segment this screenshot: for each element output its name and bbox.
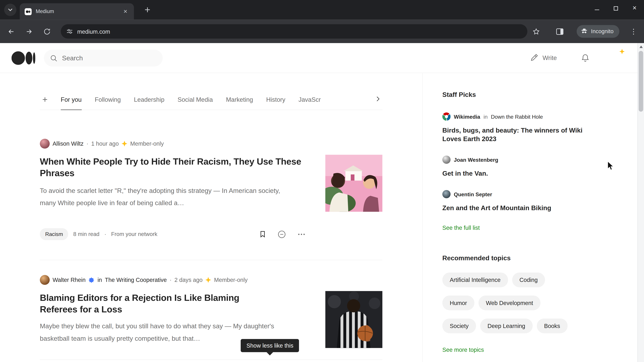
site-header: Write (0, 43, 644, 73)
minimize-button[interactable] (587, 0, 606, 16)
search-input[interactable] (62, 54, 144, 62)
sidebar: Staff Picks Wikimedia in Down the Rabbit… (442, 73, 616, 354)
forward-button[interactable] (25, 27, 33, 35)
member-star-icon (122, 141, 127, 146)
tab-search-button[interactable] (4, 4, 16, 16)
tab-following[interactable]: Following (95, 89, 121, 110)
staff-pick-title[interactable]: Zen and the Art of Mountain Biking (442, 204, 590, 212)
medium-logo[interactable] (12, 51, 36, 66)
bookmark-star-icon[interactable] (532, 27, 540, 35)
author-avatar (40, 275, 50, 285)
show-less-icon[interactable] (277, 230, 286, 239)
source-label: From your network (111, 231, 158, 237)
article-thumbnail[interactable] (325, 291, 382, 348)
scrollbar-thumb[interactable] (639, 51, 643, 112)
staff-picks-heading: Staff Picks (442, 91, 616, 98)
search-box (44, 50, 163, 66)
browser-tab[interactable]: Medium × (20, 3, 134, 20)
scrollbar-up-arrow[interactable] (638, 43, 644, 50)
dot-separator: · (86, 140, 88, 147)
profile-avatar[interactable] (610, 51, 622, 64)
back-button[interactable] (7, 27, 15, 35)
author-avatar (40, 139, 50, 149)
staff-pick-author[interactable]: Joan Westenberg (454, 157, 498, 163)
author-name[interactable]: Allison Wiltz (52, 140, 84, 147)
topic-pill-society[interactable]: Society (442, 319, 476, 333)
article-divider (40, 260, 382, 260)
tab-history[interactable]: History (266, 89, 285, 110)
write-button[interactable]: Write (530, 53, 557, 62)
author-avatar (442, 190, 451, 198)
tab-social-media[interactable]: Social Media (178, 89, 213, 110)
article-byline[interactable]: Walter Rhein in The Writing Cooperative … (40, 275, 248, 285)
tab-leadership[interactable]: Leadership (134, 89, 164, 110)
topic-pill-deep-learning[interactable]: Deep Learning (480, 319, 533, 333)
author-name[interactable]: Walter Rhein (52, 277, 86, 283)
article-time: 2 days ago (174, 277, 202, 283)
window-controls: × (587, 0, 644, 16)
staff-pick-publication[interactable]: Down the Rabbit Hole (491, 113, 543, 120)
wikimedia-logo-icon (442, 112, 451, 121)
staff-pick-byline[interactable]: Wikimedia in Down the Rabbit Hole (442, 112, 616, 121)
publication-name[interactable]: The Writing Cooperative (105, 277, 167, 283)
article-thumbnail[interactable] (325, 155, 382, 212)
article-footer: Racism 8 min read · From your network (40, 228, 306, 240)
membership-sparkle-icon (619, 49, 625, 54)
staff-pick-author[interactable]: Quentin Septer (454, 191, 492, 197)
staff-pick-byline[interactable]: Quentin Septer (442, 190, 616, 198)
tab-marketing[interactable]: Marketing (226, 89, 253, 110)
in-word: in (98, 277, 102, 283)
article-excerpt[interactable]: To avoid the scarlet letter "R," they're… (40, 185, 290, 209)
topic-pill-books[interactable]: Books (537, 319, 567, 333)
topic-pill-artificial-intelligence[interactable]: Artificial Intelligence (442, 273, 508, 287)
write-icon (530, 53, 539, 62)
write-label: Write (542, 54, 557, 61)
article-byline[interactable]: Allison Wiltz · 1 hour ago Member-only (40, 139, 164, 149)
medium-page: Write + For you Following Leadership Soc… (0, 43, 644, 362)
new-tab-button[interactable]: + (141, 4, 154, 16)
url-text: medium.com (77, 28, 110, 35)
article-title[interactable]: Blaming Editors for a Rejection Is Like … (40, 292, 274, 315)
browser-tabstrip: Medium × + × (0, 0, 644, 20)
staff-pick-byline[interactable]: Joan Westenberg (442, 156, 616, 164)
tag-pill[interactable]: Racism (40, 228, 68, 240)
member-star-icon (206, 277, 211, 283)
staff-pick-title[interactable]: Get in the Van. (442, 169, 590, 178)
side-panel-icon[interactable] (556, 28, 564, 35)
article-card-1: Allison Wiltz · 1 hour ago Member-only W… (40, 139, 382, 260)
browser-menu-icon[interactable]: ⋮ (630, 27, 637, 36)
tooltip-label: Show less like this (246, 342, 293, 349)
topic-pill-web-development[interactable]: Web Development (478, 296, 540, 310)
tab-javascript[interactable]: JavaScript (298, 89, 321, 110)
page-scrollbar[interactable] (638, 43, 644, 362)
topic-row: Artificial Intelligence Coding (442, 273, 616, 287)
topic-pill-coding[interactable]: Coding (512, 273, 545, 287)
bookmark-icon[interactable] (259, 230, 267, 238)
staff-pick-author[interactable]: Wikimedia (454, 113, 480, 120)
reload-button[interactable] (43, 27, 51, 35)
tabs-scroll-right-icon[interactable] (374, 95, 382, 104)
dot-separator: · (104, 231, 106, 237)
article-title[interactable]: When White People Try to Hide Their Raci… (40, 156, 304, 179)
add-topic-icon[interactable]: + (42, 94, 48, 105)
topic-pill-humor[interactable]: Humor (442, 296, 474, 310)
address-bar[interactable]: medium.com (61, 24, 527, 38)
maximize-button[interactable] (606, 0, 625, 16)
see-full-list-link[interactable]: See the full list (442, 225, 480, 231)
staff-pick-item: Quentin Septer Zen and the Art of Mounta… (442, 190, 616, 212)
verified-badge-icon (88, 277, 95, 283)
tab-for-you[interactable]: For you (61, 89, 82, 110)
content-divider (422, 73, 422, 362)
mouse-cursor (607, 161, 614, 171)
in-word: in (484, 113, 488, 120)
tab-close-icon[interactable]: × (122, 7, 129, 15)
close-button[interactable]: × (625, 0, 644, 16)
site-settings-icon[interactable] (66, 28, 73, 34)
staff-pick-title[interactable]: Birds, bugs, and beauty: The winners of … (442, 126, 590, 143)
chevron-down-icon (8, 8, 13, 11)
topic-row: Society Deep Learning Books (442, 319, 616, 333)
recommended-topics-heading: Recommended topics (442, 254, 616, 262)
see-more-topics-link[interactable]: See more topics (442, 347, 484, 353)
more-options-icon[interactable] (297, 230, 306, 239)
notifications-bell-icon[interactable] (581, 53, 590, 64)
